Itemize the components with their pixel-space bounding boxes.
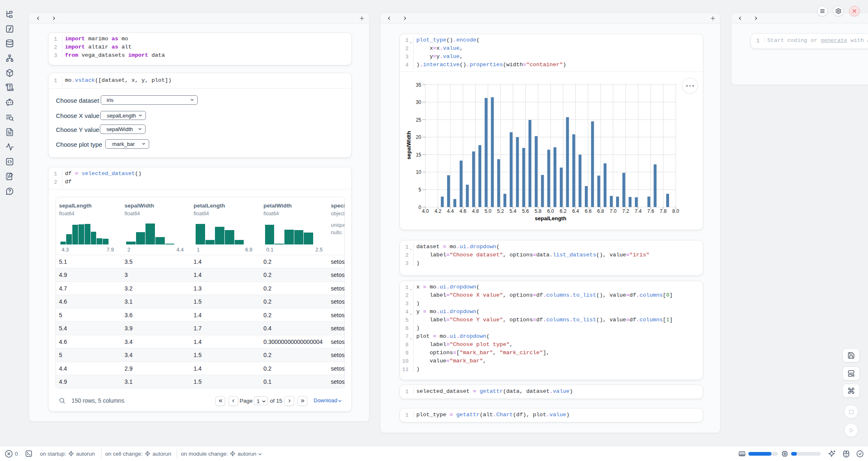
svg-text:5.8: 5.8 bbox=[535, 208, 542, 214]
svg-text:sepalLength: sepalLength bbox=[535, 215, 566, 221]
svg-text:4.0: 4.0 bbox=[422, 208, 429, 214]
svg-text:20: 20 bbox=[416, 134, 422, 140]
svg-text:6.6: 6.6 bbox=[585, 208, 592, 214]
svg-text:5.0: 5.0 bbox=[485, 208, 492, 214]
svg-text:35: 35 bbox=[416, 82, 422, 88]
svg-text:6.0: 6.0 bbox=[547, 208, 554, 214]
svg-text:30: 30 bbox=[416, 99, 422, 105]
svg-text:7.8: 7.8 bbox=[660, 208, 667, 214]
svg-text:4.2: 4.2 bbox=[434, 208, 441, 214]
svg-text:4.6: 4.6 bbox=[459, 208, 466, 214]
svg-text:5: 5 bbox=[418, 187, 421, 193]
svg-text:7.4: 7.4 bbox=[635, 208, 642, 214]
svg-text:5.4: 5.4 bbox=[510, 208, 517, 214]
svg-text:7.2: 7.2 bbox=[622, 208, 629, 214]
svg-text:6.4: 6.4 bbox=[572, 208, 579, 214]
svg-text:4.8: 4.8 bbox=[472, 208, 479, 214]
svg-text:sepalWidth: sepalWidth bbox=[406, 131, 412, 159]
svg-text:15: 15 bbox=[416, 152, 422, 158]
svg-text:7.0: 7.0 bbox=[610, 208, 617, 214]
svg-text:8.0: 8.0 bbox=[672, 208, 679, 214]
svg-text:6.8: 6.8 bbox=[597, 208, 604, 214]
svg-text:6.2: 6.2 bbox=[560, 208, 567, 214]
svg-text:4.4: 4.4 bbox=[447, 208, 454, 214]
svg-text:7.6: 7.6 bbox=[647, 208, 654, 214]
svg-text:10: 10 bbox=[416, 169, 422, 175]
svg-text:5.6: 5.6 bbox=[522, 208, 529, 214]
svg-text:0: 0 bbox=[418, 205, 421, 210]
svg-text:25: 25 bbox=[416, 117, 422, 123]
svg-text:5.2: 5.2 bbox=[497, 208, 504, 214]
